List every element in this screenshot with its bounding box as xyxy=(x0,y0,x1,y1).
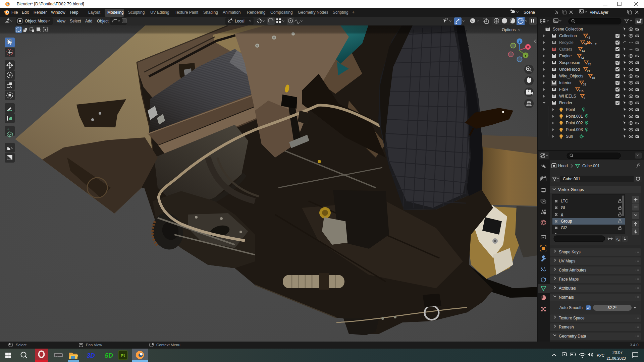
svg-text:Blender* [D:\Pontiac\FB82 79.b: Blender* [D:\Pontiac\FB82 79.blend] xyxy=(17,2,84,6)
svg-text:3: 3 xyxy=(591,43,592,46)
svg-text:Sculpting: Sculpting xyxy=(128,10,145,15)
svg-text:UV Editing: UV Editing xyxy=(150,10,169,15)
svg-text:UV Maps: UV Maps xyxy=(559,259,575,263)
svg-text:Pan View: Pan View xyxy=(86,343,102,347)
svg-text:Rendering: Rendering xyxy=(247,10,265,15)
svg-text:Scene: Scene xyxy=(524,10,535,15)
svg-text:42: 42 xyxy=(581,56,584,59)
svg-text:Select: Select xyxy=(16,343,27,347)
svg-text:Add: Add xyxy=(85,19,92,23)
svg-text:32.2°: 32.2° xyxy=(608,306,617,310)
svg-text:Z: Z xyxy=(519,40,521,43)
svg-text:File: File xyxy=(11,10,18,15)
svg-text:14: 14 xyxy=(582,49,585,53)
svg-text:Auto Smooth: Auto Smooth xyxy=(559,305,583,310)
svg-text:Suspension: Suspension xyxy=(559,60,580,65)
svg-text:21: 21 xyxy=(587,69,590,73)
svg-text:Remesh: Remesh xyxy=(559,325,574,329)
svg-text:Engine: Engine xyxy=(559,54,572,58)
svg-text:Geometry Data: Geometry Data xyxy=(559,334,586,339)
svg-text:Object: Object xyxy=(97,19,109,23)
svg-text:Shape Keys: Shape Keys xyxy=(559,250,581,254)
svg-text:Y: Y xyxy=(525,54,527,57)
svg-text:5: 5 xyxy=(584,96,585,100)
svg-text:Cutters: Cutters xyxy=(559,47,572,52)
svg-text:UnderHood: UnderHood xyxy=(559,67,580,72)
svg-text:Color Attributes: Color Attributes xyxy=(559,268,586,273)
svg-text:Collection: Collection xyxy=(559,34,577,38)
svg-text:Edit: Edit xyxy=(22,10,29,15)
svg-text:Face Maps: Face Maps xyxy=(559,277,579,282)
svg-text:Layout: Layout xyxy=(88,10,101,15)
svg-text:Options: Options xyxy=(502,27,516,32)
svg-text:Cube.001: Cube.001 xyxy=(582,164,600,168)
svg-text:Point.001: Point.001 xyxy=(566,114,583,119)
svg-text:Render: Render xyxy=(559,101,572,105)
svg-text:3D: 3D xyxy=(86,352,95,359)
svg-text:Vertex Groups: Vertex Groups xyxy=(558,187,584,192)
svg-text:Wire_Objects: Wire_Objects xyxy=(559,74,583,78)
svg-text:z: z xyxy=(618,238,620,241)
svg-text:Object Mode: Object Mode xyxy=(25,19,48,23)
svg-text:Help: Help xyxy=(70,10,78,15)
svg-text:Interior: Interior xyxy=(559,80,572,85)
svg-text:GL: GL xyxy=(561,205,566,210)
svg-text:FISH: FISH xyxy=(559,87,568,92)
svg-text:Select: Select xyxy=(70,19,81,23)
svg-text:Sun: Sun xyxy=(566,134,573,139)
svg-text:115: 115 xyxy=(579,89,584,93)
svg-text:+: + xyxy=(352,9,355,15)
svg-text:5D: 5D xyxy=(104,352,113,359)
svg-text:LTC: LTC xyxy=(561,199,568,203)
svg-text:Local: Local xyxy=(235,19,245,23)
svg-text:Recycle: Recycle xyxy=(559,40,574,45)
svg-text:View: View xyxy=(57,19,65,23)
svg-text:X: X xyxy=(527,45,529,49)
svg-text:РУС: РУС xyxy=(597,353,604,357)
svg-text:ViewLayer: ViewLayer xyxy=(590,10,608,15)
svg-text:Render: Render xyxy=(34,10,47,15)
svg-text:38: 38 xyxy=(592,76,595,79)
svg-text:3.4.0: 3.4.0 xyxy=(630,343,639,347)
svg-text:Animation: Animation xyxy=(223,10,240,15)
svg-text:Modeling: Modeling xyxy=(107,10,124,15)
svg-text:Gl2: Gl2 xyxy=(561,226,567,230)
svg-text:Normals: Normals xyxy=(559,295,574,300)
svg-text:Texture Space: Texture Space xyxy=(559,316,585,320)
svg-text:Compositing: Compositing xyxy=(270,10,293,15)
svg-text:Scene Collection: Scene Collection xyxy=(553,27,583,32)
svg-text:42: 42 xyxy=(587,36,590,39)
svg-text:д: д xyxy=(561,212,563,217)
svg-text:Hood: Hood xyxy=(558,164,568,168)
svg-text:Shading: Shading xyxy=(203,10,218,15)
svg-text:Attributes: Attributes xyxy=(559,286,576,291)
svg-text:Point.003: Point.003 xyxy=(566,127,583,132)
svg-text:Scripting: Scripting xyxy=(333,10,348,15)
svg-text:Point: Point xyxy=(566,107,575,112)
svg-text:Context Menu: Context Menu xyxy=(156,343,180,347)
svg-text:Texture Paint: Texture Paint xyxy=(175,10,199,15)
svg-text:Geometry Nodes: Geometry Nodes xyxy=(298,10,328,15)
svg-text:21.06.2023: 21.06.2023 xyxy=(606,356,626,360)
svg-text:Window: Window xyxy=(51,10,65,15)
svg-text:WHEELS: WHEELS xyxy=(559,94,576,99)
svg-text:Point.002: Point.002 xyxy=(566,121,583,125)
svg-text:20:07: 20:07 xyxy=(612,350,623,355)
svg-text:Cube.001: Cube.001 xyxy=(563,177,580,181)
svg-text:33: 33 xyxy=(583,83,586,86)
svg-text:Group: Group xyxy=(561,219,572,224)
svg-text:Pt: Pt xyxy=(121,353,125,358)
svg-text:42: 42 xyxy=(588,63,591,66)
svg-text:2: 2 xyxy=(595,43,597,46)
